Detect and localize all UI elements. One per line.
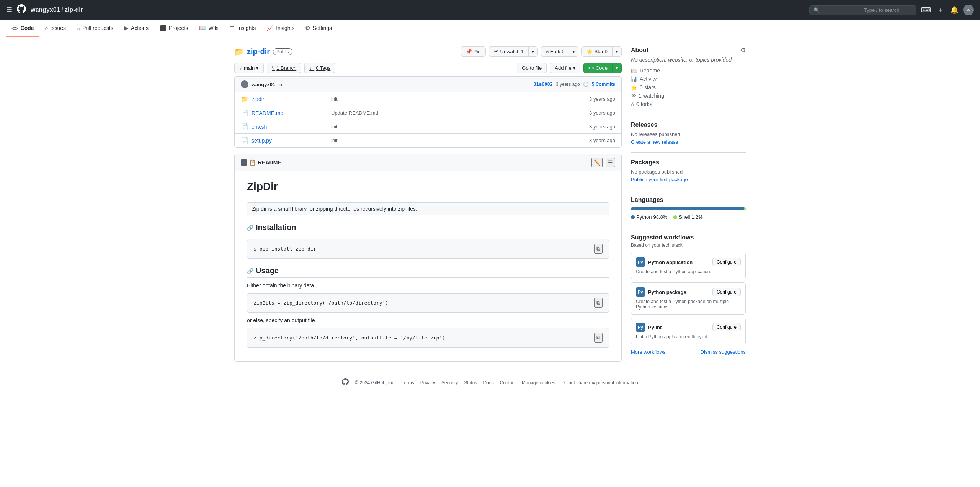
copy-usage2-button[interactable]: ⧉ (594, 333, 603, 343)
nav-actions[interactable]: ▶ Actions (119, 20, 154, 37)
more-workflows-link[interactable]: More workflows (631, 349, 665, 355)
plus-icon[interactable]: ＋ (936, 4, 946, 16)
fork-button[interactable]: ⑃ Fork 0 (541, 46, 569, 57)
commit-avatar (241, 80, 248, 88)
hamburger-icon[interactable]: ☰ (6, 6, 12, 14)
nav-issues[interactable]: ○ Issues (39, 20, 72, 37)
footer-security-link[interactable]: Security (441, 380, 458, 385)
right-sidebar: About ⚙ No description, website, or topi… (631, 46, 746, 362)
tags-link[interactable]: 🏷 0 Tags (304, 63, 335, 73)
avatar[interactable]: w (963, 5, 974, 15)
about-title: About (631, 47, 648, 54)
footer-contact-link[interactable]: Contact (500, 380, 516, 385)
terminal-icon[interactable]: ⌨ (920, 4, 933, 16)
nav-code[interactable]: <> Code (6, 20, 39, 37)
branch-bar: ⑂ main ▾ ⑂ 1 Branch 🏷 0 Tags Go to file (234, 63, 622, 73)
file-name-link[interactable]: env.sh (252, 124, 267, 130)
releases-section: Releases No releases published Create a … (631, 121, 746, 145)
folder-icon: 📁 (241, 95, 248, 103)
footer-terms-link[interactable]: Terms (402, 380, 414, 385)
footer: © 2024 GitHub, Inc. Terms Privacy Securi… (0, 372, 980, 393)
nav-security[interactable]: 🛡 Insights (224, 20, 261, 37)
about-gear-icon[interactable]: ⚙ (740, 46, 746, 54)
branch-selector[interactable]: ⑂ main ▾ (234, 63, 264, 73)
activity-link[interactable]: 📊 Activity (631, 76, 746, 82)
python-lang-pct: 98.8% (653, 214, 667, 220)
languages-section: Languages Python 98.8% Shell 1.2% (631, 197, 746, 220)
file-commit-link[interactable]: init (331, 124, 338, 130)
copy-install-button[interactable]: ⧉ (594, 244, 603, 254)
file-commit-link[interactable]: Update README.md (331, 110, 378, 116)
branches-link[interactable]: ⑂ 1 Branch (267, 63, 301, 73)
file-commit-link[interactable]: init (331, 138, 338, 143)
nav-insights[interactable]: 📈 Insights (261, 20, 300, 37)
search-bar[interactable]: 🔍 Type / to search (809, 5, 916, 15)
footer-cookies-link[interactable]: Manage cookies (522, 380, 555, 385)
add-file-button[interactable]: Add file ▾ (550, 63, 580, 73)
nav-projects[interactable]: ⬛ Projects (154, 20, 194, 37)
workflow-configure-button[interactable]: Configure (712, 258, 741, 266)
readme-header: 📋 README ✏️ ☰ (235, 154, 621, 171)
usage-code-block-2: zip_directory('/path/to/directory', outp… (247, 328, 609, 348)
workflow-desc: Lint a Python application with pylint. (636, 334, 741, 339)
edit-readme-button[interactable]: ✏️ (591, 158, 603, 167)
footer-docs-link[interactable]: Docs (483, 380, 493, 385)
breadcrumb-owner[interactable]: wangyx01 (31, 7, 60, 13)
file-commit-link[interactable]: init (331, 96, 338, 102)
git-branch-icon: ⑂ (272, 65, 275, 71)
footer-do-not-share-link[interactable]: Do not share my personal information (561, 380, 638, 385)
commit-hash-link[interactable]: 31a6002 (533, 82, 553, 87)
code-dropdown[interactable]: ▾ (612, 63, 622, 73)
unwatch-button[interactable]: 👁 Unwatch 1 (489, 46, 528, 57)
forks-link[interactable]: ⑃ 0 forks (631, 101, 746, 107)
notifications-icon[interactable]: 🔔 (949, 4, 960, 16)
star-dropdown[interactable]: ▾ (612, 46, 622, 57)
nav-wiki[interactable]: 📖 Wiki (194, 20, 224, 37)
pin-button[interactable]: 📌 Pin (461, 46, 486, 57)
commit-author-link[interactable]: wangyx01 (252, 82, 275, 87)
readme-actions: ✏️ ☰ (591, 158, 615, 167)
star-button[interactable]: ⭐ Star 0 (581, 46, 612, 57)
stars-link[interactable]: ⭐ 0 stars (631, 84, 746, 90)
list-readme-button[interactable]: ☰ (606, 158, 615, 167)
nav-pull-requests[interactable]: ⑃ Pull requests (71, 20, 119, 37)
commits-count-link[interactable]: 5 Commits (592, 82, 615, 87)
anchor-link-icon[interactable]: 🔗 (247, 225, 253, 231)
breadcrumb-repo[interactable]: zip-dir (65, 7, 83, 13)
file-name-link[interactable]: README.md (252, 110, 283, 116)
create-release-link[interactable]: Create a new release (631, 139, 678, 145)
nav-settings[interactable]: ⚙ Settings (300, 20, 337, 37)
anchor-link-icon[interactable]: 🔗 (247, 268, 253, 274)
footer-status-link[interactable]: Status (464, 380, 477, 385)
file-icon: 📄 (241, 109, 248, 116)
workflow-configure-button[interactable]: Configure (712, 288, 741, 296)
unwatch-dropdown[interactable]: ▾ (528, 46, 538, 57)
about-description: No description, website, or topics provi… (631, 57, 746, 63)
commit-message-link[interactable]: init (278, 82, 285, 87)
workflow-card: Py Python application Configure Create a… (631, 253, 746, 279)
file-name-link[interactable]: zipdir (252, 96, 264, 102)
star-icon: ⭐ (631, 84, 637, 90)
publish-package-link[interactable]: Publish your first package (631, 177, 688, 182)
packages-description: No packages published (631, 169, 746, 175)
workflow-python-icon: Py (636, 287, 645, 297)
file-name-link[interactable]: setup.py (252, 138, 272, 144)
code-button[interactable]: <> Code (583, 63, 612, 73)
footer-copyright: © 2024 GitHub, Inc. (355, 380, 395, 385)
dismiss-suggestions-link[interactable]: Dismiss suggestions (701, 349, 746, 355)
go-to-file-button[interactable]: Go to file (517, 63, 547, 73)
copy-usage1-button[interactable]: ⧉ (594, 298, 603, 308)
search-placeholder: Type / to search (864, 7, 912, 13)
file-time: 3 years ago (589, 110, 615, 116)
workflows-section: Suggested workflows Based on your tech s… (631, 234, 746, 355)
readme-link[interactable]: 📖 Readme (631, 67, 746, 74)
add-file-group: Add file ▾ (550, 63, 580, 73)
file-time: 3 years ago (589, 96, 615, 102)
fork-button-group: ⑃ Fork 0 ▾ (541, 46, 579, 57)
repo-name-link[interactable]: zip-dir (247, 47, 270, 56)
fork-dropdown[interactable]: ▾ (569, 46, 578, 57)
shell-lang-name: Shell (679, 214, 690, 220)
watching-link[interactable]: 👁 1 watching (631, 93, 746, 99)
workflow-configure-button[interactable]: Configure (712, 323, 741, 331)
footer-privacy-link[interactable]: Privacy (420, 380, 435, 385)
